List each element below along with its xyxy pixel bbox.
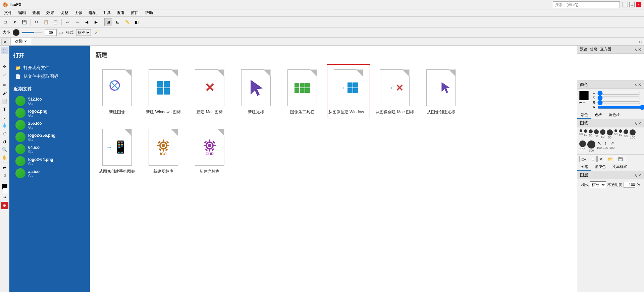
dodge-tool[interactable]: ◑ [1, 138, 8, 145]
card-from-image-mac[interactable]: → ✕ 从图像创建 Mac 图标 [373, 64, 417, 118]
search-input[interactable] [553, 1, 620, 8]
layer-close-btn[interactable]: ✕ [638, 173, 641, 178]
preview-panel-close2[interactable]: ✕ [638, 47, 641, 52]
brush-item-12[interactable]: 100 [587, 140, 595, 152]
brush-tab-gradient[interactable]: 渐变色 [591, 164, 609, 171]
new-button[interactable]: □ [1, 18, 9, 26]
brush-item-arrow1[interactable]: ↖100 [597, 140, 602, 152]
copy-button[interactable]: 📋 [42, 18, 50, 26]
menu-edit[interactable]: 编辑 [15, 9, 29, 16]
color-tab-swatches[interactable]: 色板 [591, 112, 605, 119]
tab-preview[interactable]: 预览 [580, 47, 587, 52]
brush-delete-btn[interactable]: ✕ [597, 156, 605, 162]
magic-wand-icon[interactable]: 🪄 [94, 30, 99, 35]
color-tab-color[interactable]: 颜色 [577, 112, 591, 119]
brush-item-7[interactable]: 50 [614, 129, 618, 139]
pen-tool[interactable]: ✏ [1, 81, 8, 89]
maximize-button[interactable]: □ [629, 2, 635, 7]
preview-panel-close[interactable]: ∧ [634, 47, 637, 52]
menu-image[interactable]: 图像 [72, 9, 85, 16]
flip-tool[interactable]: ⇅ [1, 172, 8, 180]
tab-welcome-close[interactable]: ✕ [24, 40, 27, 43]
recent-file-5[interactable]: logo2-64.png G:\ [13, 155, 86, 167]
layers-button[interactable]: ◧ [132, 18, 141, 26]
fg-color-swatch[interactable] [579, 91, 589, 100]
brush-close-btn[interactable]: ✕ [638, 121, 641, 126]
color-close-btn[interactable]: ✕ [638, 82, 641, 87]
brush-item-5[interactable]: 50 [600, 129, 605, 139]
brush-tab-text[interactable]: 文本样式 [609, 164, 631, 171]
selection-tool[interactable]: ⬚ [1, 47, 8, 54]
color-reset-btn[interactable]: ↩ [583, 101, 585, 104]
brush-save-btn[interactable]: 💾 [616, 156, 625, 162]
card-new-cursor-library[interactable]: CUR 新建光标库 [188, 124, 231, 178]
menu-file[interactable]: 文件 [1, 9, 15, 16]
text-tool[interactable]: T [1, 106, 8, 113]
move-tool[interactable]: ✛ [1, 63, 8, 70]
hue-slider[interactable] [597, 92, 641, 95]
tab-welcome[interactable]: 欢迎 ✕ [10, 37, 31, 45]
color-swap-btn[interactable]: ⇄ [579, 101, 582, 104]
ruler-button[interactable]: 📏 [123, 18, 131, 26]
eraser-tool[interactable]: ⬜ [1, 98, 8, 105]
nav-next-button[interactable]: › [641, 39, 643, 44]
brush-item-1[interactable]: 50 [579, 129, 583, 139]
menu-view[interactable]: 查看 [30, 9, 43, 16]
background-color[interactable] [3, 188, 8, 193]
brush-new-btn[interactable]: □+ [579, 156, 588, 162]
layer-expand-btn[interactable]: ∧ [634, 173, 637, 178]
card-from-image-mobile[interactable]: → 📱 从图像创建手机图标 [95, 124, 139, 178]
card-new-windows-icon[interactable]: 新建 Windows 图标 [142, 64, 185, 118]
brush-item-arrow2[interactable]: ↑100 [603, 140, 608, 152]
mirror-tool[interactable]: ⇄ [1, 164, 8, 172]
menu-select[interactable]: 选项 [86, 9, 99, 16]
tab-histogram[interactable]: 直方图 [600, 47, 611, 52]
sidebar-extract-icon[interactable]: 📄 从文件中提取图标 [13, 72, 86, 81]
menu-tools[interactable]: 工具 [100, 9, 113, 16]
size-slider[interactable] [22, 32, 42, 33]
blur-tool[interactable]: ◌ [1, 130, 8, 137]
layer-opacity-input[interactable] [624, 182, 635, 188]
brush-load-btn[interactable]: 📂 [606, 156, 615, 162]
card-new-image[interactable]: 新建图像 [95, 64, 139, 118]
color-expand-btn[interactable]: ∧ [634, 82, 637, 87]
tab-info[interactable]: 信息 [590, 47, 597, 52]
recent-file-2[interactable]: 256.ico G:\ [13, 119, 86, 131]
brush-item-3[interactable]: 50 [589, 129, 593, 139]
brush-item-11[interactable]: 100 [579, 140, 586, 152]
brush-tab-brush[interactable]: 图笔 [577, 164, 591, 171]
menu-view2[interactable]: 查看 [114, 9, 127, 16]
grid-button[interactable]: ⊞ [104, 18, 112, 26]
close-button[interactable]: × [636, 2, 641, 7]
minimize-button[interactable]: — [623, 2, 628, 7]
sat-slider[interactable] [597, 97, 641, 99]
cut-button[interactable]: ✂ [33, 18, 41, 26]
next-button[interactable]: ▶ [92, 18, 100, 26]
snap-button[interactable]: ⊟ [114, 18, 122, 26]
brush-item-8[interactable]: 50 [619, 129, 622, 139]
open-button[interactable]: ▾ [11, 18, 19, 26]
mode-select[interactable]: 标准 高级 [76, 29, 91, 36]
recent-file-6[interactable]: aa.ico G:\ [13, 167, 86, 179]
brush-expand-btn[interactable]: ∧ [634, 121, 637, 126]
menu-help[interactable]: 帮助 [142, 9, 156, 16]
prev-button[interactable]: ◀ [83, 18, 91, 26]
layer-mode-select[interactable]: 标准 [590, 181, 606, 188]
alpha-slider[interactable] [597, 106, 644, 109]
swap-colors-tool[interactable]: ⇄ [1, 194, 8, 201]
recent-file-4[interactable]: 64.ico G:\ [13, 143, 86, 155]
brush-item-4[interactable]: 50 [594, 129, 599, 139]
recent-file-3[interactable]: logo2-256.png G:\ [13, 131, 86, 143]
close-all-tab-button[interactable]: ✕ [1, 39, 9, 45]
transform-tool[interactable]: ⤢ [1, 71, 8, 78]
card-image-toolbar[interactable]: 图像条工具栏 [280, 64, 324, 118]
brush-tool[interactable]: 🖌 [1, 90, 8, 97]
zoom-tool[interactable]: 🔍 [1, 146, 8, 153]
card-new-icon-library[interactable]: ICO 新建图标库 [142, 124, 185, 178]
paste-button[interactable]: 📋 [51, 18, 59, 26]
brush-item-9[interactable]: 50 [624, 129, 628, 139]
brush-item-2[interactable]: 50 [584, 129, 587, 139]
card-new-cursor[interactable]: 新建光标 [234, 64, 278, 118]
brush-duplicate-btn[interactable]: ⊞ [589, 156, 597, 162]
card-from-image-cursor[interactable]: → 从图像创建光标 [419, 64, 463, 118]
